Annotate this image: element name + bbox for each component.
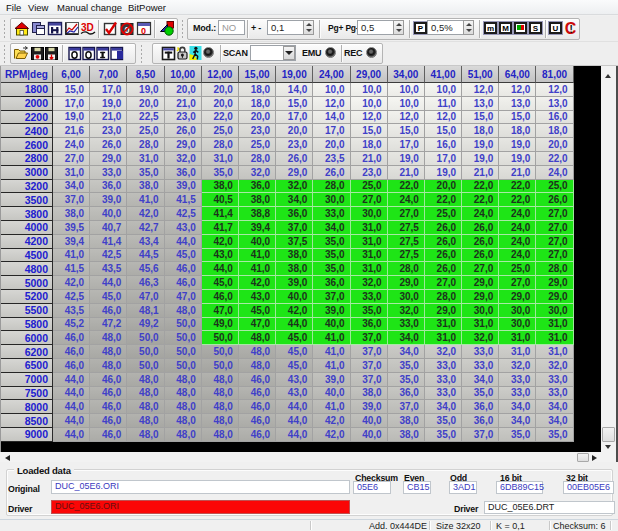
- svg-text:3D: 3D: [81, 22, 94, 33]
- svg-text:0: 0: [141, 26, 146, 36]
